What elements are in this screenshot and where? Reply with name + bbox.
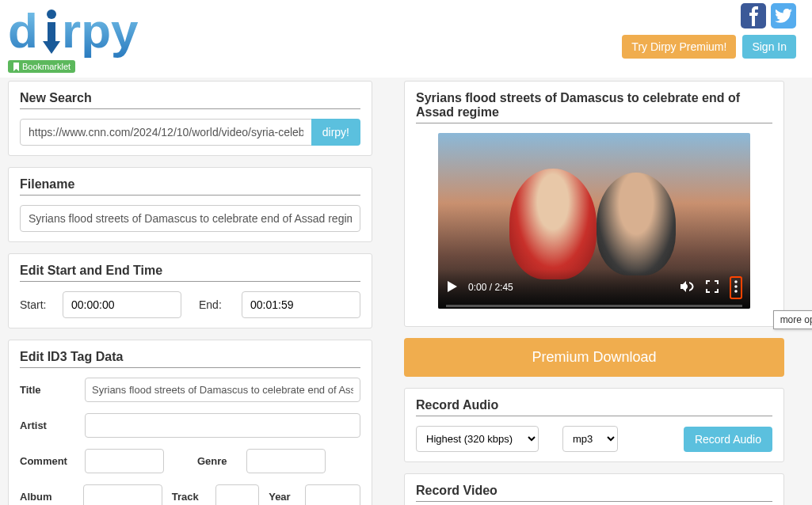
play-icon[interactable]: [446, 280, 459, 295]
start-time-input[interactable]: [63, 291, 181, 318]
search-url-input[interactable]: [20, 119, 312, 146]
id3-artist-input[interactable]: [85, 413, 360, 438]
record-video-panel: Record Video 640x360* mp4 Record Video E…: [404, 473, 784, 505]
dirpy-go-button[interactable]: dirpy!: [311, 119, 360, 146]
end-time-input[interactable]: [242, 291, 360, 318]
more-options-tooltip: more options: [773, 310, 812, 329]
twitter-icon[interactable]: [771, 3, 796, 28]
id3-genre-input[interactable]: [246, 449, 326, 473]
try-premium-button[interactable]: Try Dirpy Premium!: [622, 35, 736, 59]
audio-quality-select[interactable]: Highest (320 kbps): [416, 426, 539, 452]
premium-download-button[interactable]: Premium Download: [404, 338, 784, 377]
video-progress-bar[interactable]: [446, 305, 742, 307]
id3-title-label: Title: [20, 384, 75, 396]
filename-input[interactable]: [20, 205, 360, 232]
record-audio-title: Record Audio: [416, 398, 772, 416]
id3-genre-label: Genre: [197, 455, 237, 467]
bookmarklet-button[interactable]: Bookmarklet: [8, 60, 75, 73]
svg-marker-5: [448, 281, 457, 292]
audio-format-select[interactable]: mp3: [562, 426, 618, 452]
filename-title: Filename: [20, 177, 360, 196]
id3-track-label: Track: [172, 491, 207, 503]
edit-time-title: Edit Start and End Time: [20, 264, 360, 282]
video-title: Syrians flood streets of Damascus to cel…: [416, 91, 772, 123]
id3-artist-label: Artist: [20, 420, 75, 431]
video-player[interactable]: 0:00 / 2:45: [438, 133, 750, 309]
svg-text:rpy: rpy: [62, 3, 139, 58]
id3-title: Edit ID3 Tag Data: [20, 350, 360, 368]
more-options-icon[interactable]: [730, 276, 742, 299]
logo[interactable]: d rpy: [8, 3, 151, 60]
new-search-panel: New Search dirpy!: [8, 81, 372, 156]
id3-year-label: Year: [269, 491, 295, 503]
id3-panel: Edit ID3 Tag Data Title Artist Comment G…: [8, 340, 372, 505]
facebook-icon[interactable]: [741, 3, 766, 28]
id3-comment-input[interactable]: [85, 449, 164, 473]
edit-time-panel: Edit Start and End Time Start: End:: [8, 253, 372, 328]
video-time-display: 0:00 / 2:45: [468, 282, 513, 293]
new-search-title: New Search: [20, 91, 360, 109]
filename-panel: Filename: [8, 167, 372, 242]
sign-in-button[interactable]: Sign In: [742, 35, 796, 59]
bookmark-icon: [13, 63, 20, 71]
record-audio-panel: Record Audio Highest (320 kbps) mp3 Reco…: [404, 388, 784, 462]
id3-track-input[interactable]: [215, 484, 259, 505]
svg-rect-2: [48, 22, 55, 41]
svg-point-7: [734, 285, 738, 288]
end-time-label: End:: [199, 298, 232, 311]
record-audio-button[interactable]: Record Audio: [684, 427, 772, 452]
id3-album-label: Album: [20, 491, 74, 503]
start-time-label: Start:: [20, 298, 53, 311]
svg-point-1: [47, 9, 56, 19]
svg-text:d: d: [8, 3, 38, 58]
id3-album-input[interactable]: [83, 484, 162, 505]
volume-icon[interactable]: [680, 280, 695, 295]
id3-title-input[interactable]: [85, 378, 360, 402]
video-panel: Syrians flood streets of Damascus to cel…: [404, 81, 784, 327]
svg-point-6: [734, 280, 738, 283]
id3-year-input[interactable]: [305, 484, 360, 505]
svg-marker-3: [43, 41, 60, 54]
bookmarklet-label: Bookmarklet: [22, 62, 71, 71]
record-video-title: Record Video: [416, 484, 772, 502]
svg-point-8: [734, 290, 738, 293]
fullscreen-icon[interactable]: [706, 280, 719, 295]
id3-comment-label: Comment: [20, 455, 75, 467]
